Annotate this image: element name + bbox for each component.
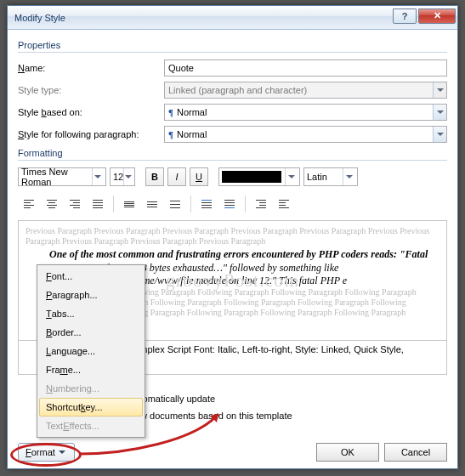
format-menu: Font... Paragraph... Tabs... Border... L… bbox=[37, 264, 145, 438]
based-on-combo[interactable]: ¶Normal bbox=[164, 104, 447, 121]
menu-font[interactable]: Font... bbox=[39, 267, 143, 286]
language-combo[interactable]: Latin bbox=[303, 167, 358, 186]
titlebar: Modify Style ? ✕ bbox=[8, 6, 457, 30]
based-on-value: Normal bbox=[177, 107, 207, 117]
font-family-combo[interactable]: Times New Roman bbox=[18, 167, 106, 186]
close-button[interactable]: ✕ bbox=[418, 8, 456, 24]
following-value: Normal bbox=[177, 129, 207, 139]
line-spacing-2-icon[interactable] bbox=[164, 195, 186, 213]
name-input[interactable] bbox=[164, 60, 447, 76]
modify-style-dialog: Modify Style ? ✕ Properties Name: Style … bbox=[7, 5, 458, 469]
formatting-toolbar: Times New Roman 12 B I U Latin bbox=[18, 167, 447, 186]
chevron-down-icon bbox=[59, 450, 65, 454]
menu-frame[interactable]: Frame... bbox=[39, 360, 143, 379]
indent-decrease-icon[interactable] bbox=[250, 195, 272, 213]
italic-button[interactable]: I bbox=[167, 167, 186, 186]
underline-button[interactable]: U bbox=[190, 167, 208, 186]
menu-shortcut-key[interactable]: Shortcut key... bbox=[39, 398, 143, 416]
chevron-down-icon bbox=[433, 105, 446, 120]
name-label: Name: bbox=[18, 63, 164, 73]
preview-prev-text: Previous Paragraph Previous Paragraph Pr… bbox=[26, 226, 439, 246]
menu-language[interactable]: Language... bbox=[39, 342, 143, 360]
help-button[interactable]: ? bbox=[393, 8, 417, 24]
indent-increase-icon[interactable] bbox=[273, 195, 295, 213]
style-type-combo: Linked (paragraph and character) bbox=[164, 82, 447, 99]
font-size-combo[interactable]: 12 bbox=[110, 167, 135, 186]
properties-group-label: Properties bbox=[18, 40, 447, 50]
chevron-down-icon bbox=[433, 127, 446, 142]
menu-text-effects: Text Effects... bbox=[39, 416, 143, 435]
menu-border[interactable]: Border... bbox=[39, 323, 143, 342]
menu-paragraph[interactable]: Paragraph... bbox=[39, 286, 143, 304]
align-right-icon[interactable] bbox=[64, 195, 86, 213]
space-before-inc-icon[interactable] bbox=[196, 195, 218, 213]
align-justify-icon[interactable] bbox=[87, 195, 109, 213]
based-on-label: Style based on: bbox=[18, 107, 164, 117]
align-left-icon[interactable] bbox=[18, 195, 40, 213]
ok-button[interactable]: OK bbox=[316, 443, 379, 462]
menu-tabs[interactable]: Tabs... bbox=[39, 304, 143, 323]
format-button[interactable]: Format bbox=[18, 443, 75, 462]
font-color-combo[interactable] bbox=[218, 167, 300, 186]
following-combo[interactable]: ¶Normal bbox=[164, 126, 447, 143]
style-type-value: Linked (paragraph and character) bbox=[168, 85, 307, 95]
preview-sample-1: One of the most common and frustrating e… bbox=[26, 248, 439, 260]
paragraph-toolbar bbox=[18, 193, 447, 215]
align-center-icon[interactable] bbox=[41, 195, 63, 213]
formatting-group-label: Formatting bbox=[18, 148, 447, 158]
menu-numbering: Numbering... bbox=[39, 379, 143, 398]
following-label: Style for following paragraph: bbox=[18, 129, 164, 139]
bold-button[interactable]: B bbox=[145, 167, 164, 186]
space-before-dec-icon[interactable] bbox=[218, 195, 241, 213]
cancel-button[interactable]: Cancel bbox=[384, 443, 447, 462]
line-spacing-15-icon[interactable] bbox=[141, 195, 163, 213]
style-type-label: Style type: bbox=[18, 85, 164, 95]
new-documents-radio[interactable]: New documents based on this template bbox=[128, 411, 292, 421]
line-spacing-1-icon[interactable] bbox=[118, 195, 140, 213]
window-title: Modify Style bbox=[14, 13, 389, 23]
